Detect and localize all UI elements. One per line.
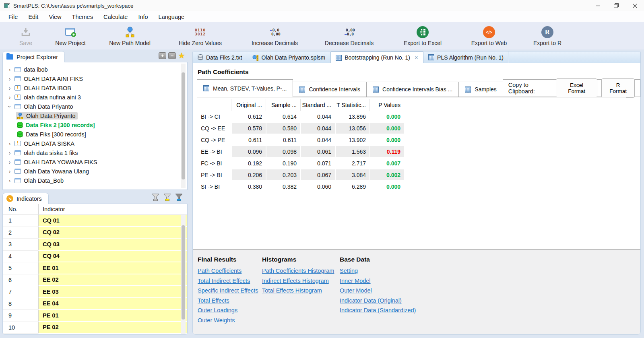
link-path-coefficients[interactable]: Path Coefficients: [198, 266, 258, 276]
chevron-right-icon[interactable]: ›: [6, 140, 13, 147]
link-indicator-data-standardized[interactable]: Indicator Data (Standardized): [340, 305, 416, 315]
tree-item[interactable]: › OLAH DATA YOWANA FIKS: [3, 157, 187, 167]
filter-all-icon[interactable]: [151, 194, 160, 201]
tree-item[interactable]: › OLAH DATA AINI FIKS: [3, 74, 187, 83]
tab-pls-algorithm[interactable]: PLS Algorithm (Run No. 1): [423, 52, 509, 63]
indicator-row[interactable]: 6EE 02: [3, 274, 187, 286]
tree-item-selected[interactable]: Olah Data Priyanto: [3, 111, 187, 120]
tab-path-model[interactable]: Olah Data Priyanto.splsm: [247, 52, 330, 63]
column-header[interactable]: Sample ...: [266, 99, 300, 111]
save-button[interactable]: Save: [10, 25, 42, 46]
link-path-coefficients-histogram[interactable]: Path Coefficients Histogram: [262, 266, 334, 276]
column-header[interactable]: Standard ...: [300, 99, 335, 111]
subtab-mean-stdev[interactable]: Mean, STDEV, T-Values, P-...: [197, 79, 293, 97]
column-header[interactable]: P Values: [369, 99, 404, 111]
excel-format-button[interactable]: Excel Format: [556, 78, 598, 98]
tree-item[interactable]: › olah data nufina aini 3: [3, 93, 187, 102]
column-header-no[interactable]: No.: [3, 206, 38, 212]
indicator-row[interactable]: 3CQ 03: [3, 239, 187, 251]
indicators-tab[interactable]: ↘ Indicators: [2, 193, 49, 204]
tree-item[interactable]: › OLAH DATA IBOB: [3, 83, 187, 93]
export-to-r-button[interactable]: R Export to R: [523, 25, 572, 46]
project-explorer-tab[interactable]: Project Explorer: [2, 51, 65, 62]
link-specific-indirect-effects[interactable]: Specific Indirect Effects: [198, 286, 258, 296]
link-outer-weights[interactable]: Outer Weights: [198, 315, 258, 326]
indicator-row[interactable]: 10PE 02: [3, 322, 187, 334]
tree-item[interactable]: › data ibob: [3, 65, 187, 74]
indicator-row[interactable]: 5EE 01: [3, 262, 187, 274]
column-header-indicator[interactable]: Indicator: [38, 204, 187, 214]
subtab-confidence-intervals[interactable]: Confidence Intervals: [293, 82, 367, 97]
chevron-right-icon[interactable]: ›: [6, 159, 13, 165]
link-outer-model[interactable]: Outer Model: [340, 286, 416, 296]
chevron-right-icon[interactable]: ›: [6, 94, 13, 101]
tree-item[interactable]: › OLAH DATA SISKA: [3, 139, 187, 148]
tree-item[interactable]: › Olah Data_Bob: [3, 176, 187, 185]
link-total-effects-histogram[interactable]: Total Effects Histogram: [262, 286, 334, 296]
indicator-row[interactable]: 7EE 03: [3, 286, 187, 298]
menu-file[interactable]: File: [3, 12, 23, 21]
indicator-row[interactable]: 9PE 01: [3, 310, 187, 322]
tree-item-label: olah data siska 1 fiks: [24, 150, 78, 156]
filter-selected-icon[interactable]: [163, 194, 171, 201]
chevron-right-icon[interactable]: ›: [6, 66, 13, 73]
cell-value: 13.902: [335, 134, 369, 145]
link-inner-model[interactable]: Inner Model: [340, 276, 416, 286]
indicator-row[interactable]: 1CQ 01: [3, 215, 187, 227]
menu-language[interactable]: Language: [153, 12, 190, 21]
favorites-star-icon[interactable]: ★: [178, 52, 185, 60]
tab-bootstrapping[interactable]: Bootstrapping (Run No. 1) ✕: [330, 52, 423, 63]
indicator-no: 1: [3, 215, 38, 227]
scrollbar-thumb[interactable]: [182, 225, 185, 319]
export-to-excel-button[interactable]: X Export to Excel: [396, 25, 449, 46]
column-header[interactable]: Original ...: [231, 99, 266, 111]
link-total-indirect-effects[interactable]: Total Indirect Effects: [198, 276, 258, 286]
menu-themes[interactable]: Themes: [67, 12, 98, 21]
tree-item[interactable]: › Olah Data Priyanto: [3, 102, 187, 111]
indicators-scrollbar[interactable]: [181, 215, 186, 334]
export-to-web-button[interactable]: </> Export to Web: [463, 25, 515, 46]
new-path-model-button[interactable]: New Path Model: [99, 25, 161, 46]
decrease-decimals-button[interactable]: 0,00→0,0 Decrease Decimals: [316, 25, 382, 46]
close-button[interactable]: [625, 0, 644, 11]
tree-item[interactable]: Data Fiks [300 records]: [3, 130, 187, 139]
indicator-row[interactable]: 2CQ 02: [3, 227, 187, 239]
link-setting[interactable]: Setting: [340, 266, 416, 276]
link-outer-loadings[interactable]: Outer Loadings: [198, 305, 258, 315]
indicator-row[interactable]: 4CQ 04: [3, 251, 187, 263]
link-indirect-effects-histogram[interactable]: Indirect Effects Histogram: [262, 276, 334, 286]
menu-calculate[interactable]: Calculate: [98, 12, 133, 21]
menu-edit[interactable]: Edit: [23, 12, 43, 21]
column-header[interactable]: T Statistic...: [335, 99, 369, 111]
r-format-button[interactable]: R Format: [601, 78, 635, 98]
tree-item[interactable]: › olah data siska 1 fiks: [3, 148, 187, 157]
subtab-confidence-intervals-bias[interactable]: Confidence Intervals Bias ...: [367, 82, 459, 97]
expand-all-button[interactable]: +: [159, 52, 166, 59]
tab-close-icon[interactable]: ✕: [415, 55, 418, 60]
minimize-button[interactable]: [588, 0, 607, 11]
indicator-row[interactable]: 8EE 04: [3, 298, 187, 310]
subtab-samples[interactable]: Samples: [459, 82, 503, 97]
chevron-right-icon[interactable]: ›: [6, 150, 13, 156]
restore-button[interactable]: [607, 0, 625, 11]
menu-view[interactable]: View: [43, 12, 66, 21]
link-indicator-data-original[interactable]: Indicator Data (Original): [340, 296, 416, 306]
tab-data-fiks[interactable]: Data Fiks 2.txt: [193, 52, 247, 63]
collapse-all-button[interactable]: −: [168, 52, 176, 59]
chevron-right-icon[interactable]: ›: [6, 76, 13, 82]
chevron-right-icon[interactable]: ›: [6, 168, 13, 175]
tree-item[interactable]: Data Fiks 2 [300 records]: [3, 120, 187, 130]
project-explorer-scrollbar[interactable]: [181, 64, 186, 188]
tree-item[interactable]: › Olah Data Yowana Ulang: [3, 167, 187, 176]
chevron-right-icon[interactable]: ›: [6, 85, 13, 91]
hide-zero-values-button[interactable]: 01103012 Hide Zero Values: [167, 25, 233, 46]
filter-highlight-icon[interactable]: [175, 194, 183, 201]
scrollbar-thumb[interactable]: [182, 72, 185, 179]
menu-info[interactable]: Info: [133, 12, 153, 21]
chevron-right-icon[interactable]: ›: [6, 177, 13, 184]
new-project-button[interactable]: New Project: [48, 25, 93, 46]
link-total-effects[interactable]: Total Effects: [198, 296, 258, 306]
chevron-down-icon[interactable]: ›: [6, 103, 13, 110]
tree-item-label: Data Fiks 2 [300 records]: [26, 122, 95, 128]
increase-decimals-button[interactable]: ←0,0 0,00 Increase Decimals: [242, 25, 308, 46]
